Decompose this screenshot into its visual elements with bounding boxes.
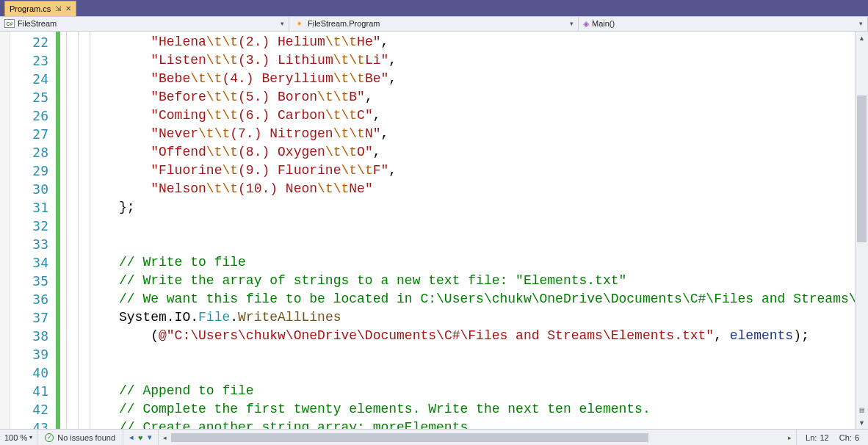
nav-back-icon[interactable]: ◂ [129, 433, 134, 442]
line-label: Ln: [806, 433, 817, 442]
member-dropdown[interactable]: ◈ Main() [579, 17, 868, 32]
issues-text: No issues found [57, 433, 115, 442]
ch-label: Ch: [839, 433, 852, 442]
chevron-down-icon: ▾ [29, 434, 32, 441]
error-list-summary[interactable]: ✓ No issues found [37, 430, 123, 445]
line-number-gutter: 22 23 24 25 26 27 28 29 30 31 32 33 34 3… [10, 32, 56, 429]
scroll-left-arrow-icon[interactable]: ◂ [159, 434, 171, 441]
member-label: Main() [592, 19, 615, 28]
pin-icon[interactable]: ⇲ [55, 4, 61, 12]
tab-title: Program.cs [10, 4, 51, 13]
class-icon: 🔸 [294, 18, 305, 29]
outlining-margin[interactable] [60, 32, 95, 429]
nav-forward-icon[interactable]: ▾ [148, 433, 152, 442]
scroll-down-arrow-icon[interactable]: ▼ [856, 416, 868, 429]
caret-position[interactable]: Ln: 12 Ch: 6 [796, 430, 868, 445]
scroll-right-arrow-icon[interactable]: ▸ [784, 434, 796, 441]
zoom-dropdown[interactable]: 100 % ▾ [0, 430, 37, 445]
check-circle-icon: ✓ [45, 433, 54, 442]
class-label: FileStream.Program [308, 19, 380, 28]
vertical-scroll-track[interactable] [856, 44, 868, 404]
horizontal-scrollbar[interactable]: ◂ ▸ [159, 430, 796, 445]
navigation-bar: C# FileStream 🔸 FileStream.Program ◈ Mai… [0, 16, 868, 32]
vertical-scroll-thumb[interactable] [857, 95, 867, 242]
line-value: 12 [820, 433, 828, 442]
indicator-margin [0, 32, 10, 429]
status-bar: 100 % ▾ ✓ No issues found ◂ ♥ ▾ ◂ ▸ Ln: … [0, 429, 868, 445]
scroll-up-arrow-icon[interactable]: ▲ [856, 32, 868, 44]
document-tab[interactable]: Program.cs ⇲ ✕ [4, 1, 76, 16]
close-icon[interactable]: ✕ [65, 4, 71, 12]
nav-controls: ◂ ♥ ▾ [123, 430, 159, 445]
split-handle-icon[interactable]: ▤ [856, 404, 868, 416]
code-editor[interactable]: 22 23 24 25 26 27 28 29 30 31 32 33 34 3… [0, 32, 868, 429]
document-tab-bar: Program.cs ⇲ ✕ [0, 0, 868, 16]
class-dropdown[interactable]: 🔸 FileStream.Program [289, 17, 579, 32]
scope-dropdown[interactable]: C# FileStream [0, 17, 289, 32]
zoom-value: 100 % [4, 433, 27, 442]
scope-label: FileStream [18, 19, 57, 28]
horizontal-scroll-thumb[interactable] [171, 433, 648, 442]
horizontal-scroll-track[interactable] [171, 433, 784, 443]
code-area[interactable]: "Helena\t\t(2.) Helium\t\tHe", "Listen\t… [95, 32, 855, 429]
vertical-scrollbar[interactable]: ▲ ▤ ▼ [855, 32, 868, 429]
nav-health-icon[interactable]: ♥ [138, 433, 143, 442]
ch-value: 6 [855, 433, 859, 442]
method-icon: ◈ [583, 19, 589, 29]
csharp-project-icon: C# [4, 19, 15, 28]
